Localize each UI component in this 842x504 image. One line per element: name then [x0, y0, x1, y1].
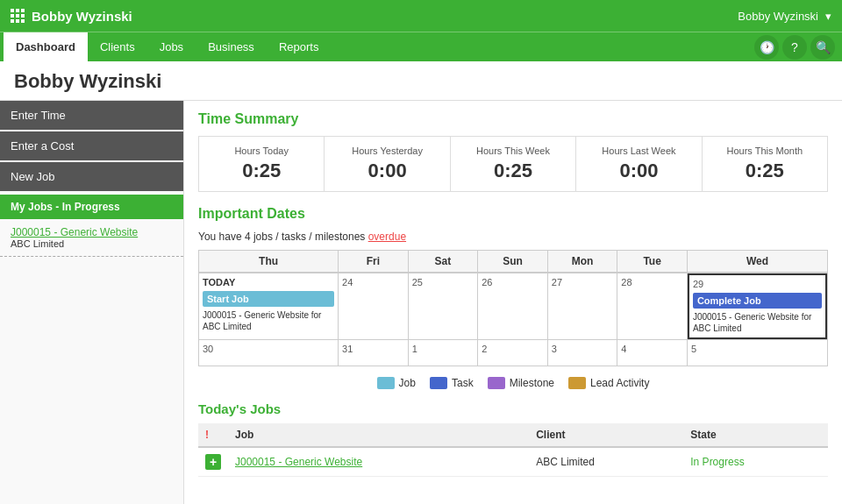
legend-lead-label: Lead Activity: [590, 377, 649, 389]
nav-left: Dashboard Clients Jobs Business Reports: [4, 32, 331, 61]
user-dropdown-arrow: ▾: [825, 10, 831, 23]
col-priority: !: [198, 423, 228, 447]
wed-date: 29: [693, 279, 822, 289]
cal-cell-today: TODAY Start Job J000015 - Generic Websit…: [199, 273, 339, 339]
row-state-cell: In Progress: [683, 447, 828, 477]
legend-milestone-label: Milestone: [510, 377, 554, 389]
todays-jobs-title: Today's Jobs: [198, 401, 828, 416]
help-icon-button[interactable]: ?: [782, 35, 807, 60]
cal-header-thu: Thu: [199, 251, 339, 272]
time-summary-cards: Hours Today 0:25 Hours Yesterday 0:00 Ho…: [198, 136, 828, 192]
time-label-this-month: Hours This Month: [710, 146, 820, 156]
col-client: Client: [529, 423, 683, 447]
row-job-cell: J000015 - Generic Website: [228, 447, 529, 477]
cal-cell-mon: 27: [548, 273, 618, 339]
complete-job-detail: J000015 - Generic Website for ABC Limite…: [693, 311, 822, 334]
app-branding: Bobby Wyzinski: [11, 9, 132, 24]
new-job-button[interactable]: New Job: [0, 162, 183, 191]
overdue-message: You have 4 jobs / tasks / milestones ove…: [198, 231, 828, 243]
legend-milestone: Milestone: [488, 377, 554, 389]
tue-date: 28: [621, 277, 683, 287]
overdue-text: You have 4 jobs / tasks / milestones: [198, 231, 365, 243]
cal-cell-tue: 28: [617, 273, 688, 339]
legend-lead-activity: Lead Activity: [568, 377, 649, 389]
overdue-link[interactable]: overdue: [368, 231, 406, 243]
time-card-yesterday: Hours Yesterday 0:00: [325, 137, 450, 191]
nav-bar: Dashboard Clients Jobs Business Reports …: [0, 32, 842, 61]
time-card-last-week: Hours Last Week 0:00: [576, 137, 702, 191]
cal-header-wed: Wed: [688, 251, 827, 272]
user-name-label: Bobby Wyzinski: [738, 10, 818, 23]
time-value-this-week: 0:25: [458, 160, 568, 182]
sidebar-job-link[interactable]: J000015 - Generic Website: [11, 226, 138, 238]
nav-item-jobs[interactable]: Jobs: [147, 32, 196, 61]
legend-job-color: [377, 377, 395, 389]
sidebar-job-item: J000015 - Generic Website ABC Limited: [0, 219, 183, 257]
row-add-btn-cell: +: [198, 447, 228, 477]
cal-header-fri: Fri: [339, 251, 409, 272]
time-value-today: 0:25: [206, 160, 317, 182]
cal-header: Thu Fri Sat Sun Mon Tue Wed: [199, 251, 827, 273]
nav-item-business[interactable]: Business: [196, 32, 267, 61]
sidebar: Enter Time Enter a Cost New Job My Jobs …: [0, 101, 184, 504]
sidebar-job-client: ABC Limited: [11, 238, 173, 249]
legend-task: Task: [430, 377, 474, 389]
cal-cell2-5: 5: [688, 340, 827, 366]
sun-date: 26: [482, 277, 544, 287]
priority-icon: !: [205, 429, 209, 441]
nav-item-reports[interactable]: Reports: [267, 32, 332, 61]
app-logo-icon: [11, 9, 25, 23]
main-layout: Enter Time Enter a Cost New Job My Jobs …: [0, 101, 842, 504]
time-label-last-week: Hours Last Week: [583, 146, 694, 156]
cal-cell-wed: 29 Complete Job J000015 - Generic Websit…: [688, 273, 827, 339]
enter-time-button[interactable]: Enter Time: [0, 101, 183, 130]
time-label-this-week: Hours This Week: [458, 146, 568, 156]
enter-cost-button[interactable]: Enter a Cost: [0, 131, 183, 160]
cal-cell2-1: 1: [409, 340, 479, 366]
nav-item-dashboard[interactable]: Dashboard: [4, 32, 88, 61]
time-card-today: Hours Today 0:25: [199, 137, 325, 191]
nav-item-clients[interactable]: Clients: [88, 32, 147, 61]
cal-header-sat: Sat: [409, 251, 479, 272]
legend-job-label: Job: [399, 377, 416, 389]
user-menu[interactable]: Bobby Wyzinski ▾: [738, 10, 831, 23]
important-dates-title: Important Dates: [198, 206, 828, 222]
job-link[interactable]: J000015 - Generic Website: [235, 456, 362, 468]
search-icon-button[interactable]: 🔍: [810, 35, 835, 60]
row-client-cell: ABC Limited: [529, 447, 683, 477]
cal-cell2-3: 3: [548, 340, 618, 366]
calendar: Thu Fri Sat Sun Mon Tue Wed TODAY Start …: [198, 250, 828, 366]
cal-cell-sun: 26: [478, 273, 548, 339]
cal-header-sun: Sun: [478, 251, 548, 272]
calendar-legend: Job Task Milestone Lead Activity: [198, 377, 828, 389]
time-value-yesterday: 0:00: [332, 160, 442, 182]
col-job: Job: [228, 423, 529, 447]
time-summary-title: Time Summary: [198, 111, 828, 127]
top-bar: Bobby Wyzinski Bobby Wyzinski ▾: [0, 0, 842, 32]
complete-job-event[interactable]: Complete Job: [693, 293, 822, 309]
legend-milestone-color: [488, 377, 505, 389]
add-job-row-button[interactable]: +: [205, 454, 221, 470]
jobs-table-header: ! Job Client State: [198, 423, 828, 447]
col-state: State: [683, 423, 828, 447]
cal-row-1: TODAY Start Job J000015 - Generic Websit…: [199, 273, 827, 339]
time-card-this-week: Hours This Week 0:25: [451, 137, 576, 191]
time-value-this-month: 0:25: [710, 160, 820, 182]
start-job-event[interactable]: Start Job: [203, 291, 334, 307]
table-row: + J000015 - Generic Website ABC Limited …: [198, 447, 828, 477]
time-label-today: Hours Today: [206, 146, 317, 156]
legend-job: Job: [377, 377, 416, 389]
start-job-detail: J000015 - Generic Website for ABC Limite…: [203, 309, 334, 332]
cal-cell2-30: 30: [199, 340, 339, 366]
today-label: TODAY: [203, 277, 334, 287]
cal-cell2-2: 2: [478, 340, 548, 366]
page-title: Bobby Wyzinski: [14, 70, 828, 93]
cal-cell2-4: 4: [617, 340, 688, 366]
cal-header-mon: Mon: [548, 251, 618, 272]
fri-date: 24: [342, 277, 404, 287]
clock-icon-button[interactable]: 🕐: [754, 35, 779, 60]
cal-cell2-31: 31: [339, 340, 409, 366]
cal-cell-sat: 25: [409, 273, 479, 339]
main-content: Time Summary Hours Today 0:25 Hours Yest…: [184, 101, 842, 504]
cal-cell-fri: 24: [339, 273, 409, 339]
